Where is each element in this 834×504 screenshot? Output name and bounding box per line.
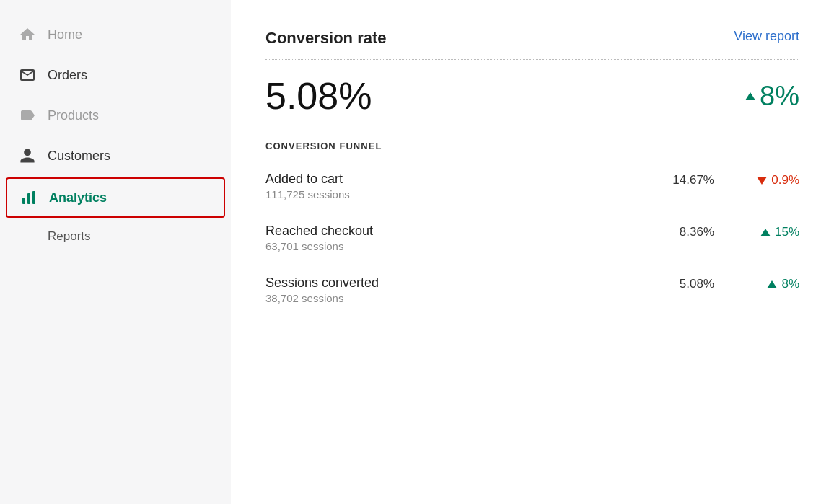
home-icon — [17, 25, 38, 45]
funnel-row: Sessions converted 38,702 sessions 5.08%… — [265, 275, 799, 304]
funnel-change-value: 15% — [775, 225, 799, 239]
conversion-rate-change: 8% — [745, 81, 799, 112]
conversion-rate-title: Conversion rate — [265, 29, 387, 48]
funnel-row-sessions: 63,701 sessions — [265, 240, 641, 252]
funnel-row-right: 5.08% 8% — [641, 275, 799, 291]
main-content: Conversion rate View report 5.08% 8% CON… — [231, 0, 834, 504]
conversion-rate-value: 5.08% — [265, 74, 372, 118]
funnel-row-name: Sessions converted — [265, 275, 641, 291]
funnel-row-sessions: 111,725 sessions — [265, 188, 641, 200]
main-header: Conversion rate View report — [265, 29, 799, 60]
funnel-rows: Added to cart 111,725 sessions 14.67% 0.… — [265, 172, 799, 304]
sidebar-item-products-label: Products — [48, 108, 99, 123]
customers-icon — [17, 146, 38, 166]
sidebar-item-orders[interactable]: Orders — [0, 55, 231, 95]
funnel-change-value: 0.9% — [771, 173, 799, 187]
funnel-percent: 14.67% — [664, 173, 714, 187]
sidebar-item-customers[interactable]: Customers — [0, 136, 231, 176]
sidebar-item-analytics[interactable]: Analytics — [6, 177, 225, 218]
funnel-row: Reached checkout 63,701 sessions 8.36% 1… — [265, 224, 799, 252]
sidebar-item-reports-label: Reports — [48, 229, 91, 244]
funnel-label: CONVERSION FUNNEL — [265, 141, 799, 151]
orders-icon — [17, 65, 38, 85]
products-icon — [17, 105, 38, 125]
funnel-row-left: Sessions converted 38,702 sessions — [265, 275, 641, 304]
down-arrow-icon — [757, 177, 767, 185]
svg-rect-1 — [27, 193, 30, 204]
funnel-row-left: Added to cart 111,725 sessions — [265, 172, 641, 200]
funnel-row-right: 8.36% 15% — [641, 224, 799, 239]
funnel-percent: 8.36% — [664, 225, 714, 239]
view-report-link[interactable]: View report — [734, 29, 799, 44]
funnel-row-sessions: 38,702 sessions — [265, 292, 641, 304]
sidebar-item-analytics-label: Analytics — [49, 190, 107, 205]
funnel-row-name: Reached checkout — [265, 224, 641, 239]
sidebar: Home Orders Products Customers — [0, 0, 231, 504]
sidebar-item-home-label: Home — [48, 27, 82, 43]
analytics-icon — [19, 187, 39, 208]
svg-rect-2 — [32, 191, 35, 204]
funnel-change: 15% — [749, 225, 799, 239]
up-arrow-icon — [760, 229, 771, 236]
sidebar-item-orders-label: Orders — [48, 68, 87, 83]
conversion-rate-change-value: 8% — [760, 81, 799, 112]
funnel-change-value: 8% — [781, 277, 799, 291]
big-rate-row: 5.08% 8% — [265, 74, 799, 118]
funnel-row-name: Added to cart — [265, 172, 641, 187]
funnel-row: Added to cart 111,725 sessions 14.67% 0.… — [265, 172, 799, 200]
funnel-row-right: 14.67% 0.9% — [641, 172, 799, 187]
svg-rect-0 — [22, 198, 25, 204]
funnel-percent: 5.08% — [664, 277, 714, 291]
sidebar-item-customers-label: Customers — [48, 149, 110, 164]
funnel-change: 8% — [749, 277, 799, 291]
sidebar-item-reports[interactable]: Reports — [0, 219, 231, 254]
up-arrow-icon — [745, 92, 755, 100]
funnel-row-left: Reached checkout 63,701 sessions — [265, 224, 641, 252]
sidebar-item-home[interactable]: Home — [0, 14, 231, 55]
up-arrow-icon — [767, 280, 777, 288]
funnel-change: 0.9% — [749, 173, 799, 187]
sidebar-item-products[interactable]: Products — [0, 95, 231, 136]
